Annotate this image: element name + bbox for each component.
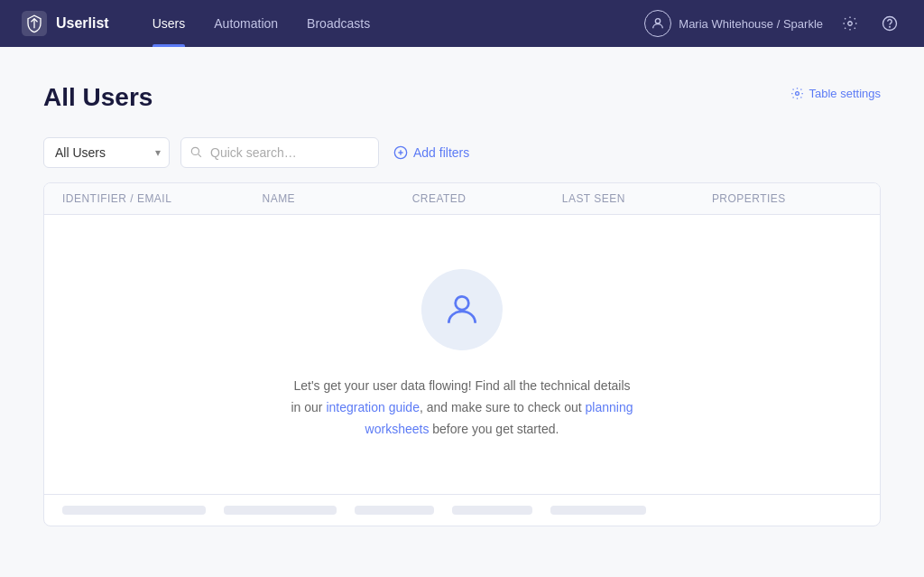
svg-point-3: [848, 22, 853, 26]
nav-right: Maria Whitehouse / Sparkle: [644, 10, 902, 37]
avatar: [644, 10, 671, 37]
settings-button[interactable]: [837, 11, 863, 36]
col-name: Name: [263, 192, 412, 205]
hint-bar-2: [224, 506, 336, 515]
table-footer-hint: [44, 494, 880, 526]
svg-point-7: [191, 147, 199, 154]
svg-point-12: [456, 296, 469, 310]
help-button[interactable]: [877, 11, 902, 36]
user-icon: [442, 290, 482, 330]
table-header: Identifier / Email Name Created Last see…: [44, 183, 880, 215]
empty-state-text: Let's get your user data flowing! Find a…: [291, 376, 633, 440]
col-properties: Properties: [712, 192, 862, 205]
hint-bar-5: [550, 506, 646, 515]
empty-text-after: before you get started.: [429, 422, 559, 436]
search-input[interactable]: [180, 137, 379, 168]
empty-state-icon-circle: [421, 269, 503, 350]
page-title: All Users: [43, 83, 152, 112]
table-settings-label: Table settings: [809, 87, 882, 100]
col-last-seen: Last seen: [562, 192, 712, 205]
top-nav: Userlist Users Automation Broadcasts Mar…: [0, 0, 924, 47]
app-logo[interactable]: Userlist: [22, 11, 109, 36]
search-icon: [189, 145, 202, 161]
search-wrapper: [180, 137, 379, 168]
add-filters-icon: [393, 145, 408, 160]
user-filter-select[interactable]: All Users: [43, 137, 170, 168]
main-content: All Users Table settings All Users ▾: [0, 47, 924, 563]
user-display-name: Maria Whitehouse / Sparkle: [679, 17, 823, 31]
empty-text-between: , and make sure to check out: [420, 400, 586, 414]
svg-line-8: [199, 154, 201, 156]
nav-links: Users Automation Broadcasts: [138, 0, 616, 47]
nav-link-broadcasts[interactable]: Broadcasts: [292, 0, 384, 47]
add-filters-label: Add filters: [413, 145, 469, 160]
table-settings-button[interactable]: Table settings: [790, 83, 882, 104]
svg-point-6: [795, 92, 799, 96]
hint-bar-1: [62, 506, 206, 515]
users-table: Identifier / Email Name Created Last see…: [43, 182, 881, 526]
table-settings-icon: [790, 87, 804, 100]
svg-point-5: [890, 26, 891, 27]
svg-point-2: [656, 19, 661, 23]
hint-bar-3: [355, 506, 435, 515]
empty-state: Let's get your user data flowing! Find a…: [44, 215, 880, 494]
page-header: All Users Table settings: [43, 83, 881, 112]
filters-row: All Users ▾ Add filters: [43, 137, 881, 168]
hint-bar-4: [452, 506, 532, 515]
col-identifier: Identifier / Email: [62, 192, 263, 205]
integration-guide-link[interactable]: integration guide: [326, 400, 420, 414]
app-name: Userlist: [56, 15, 109, 32]
nav-link-users[interactable]: Users: [138, 0, 200, 47]
add-filters-button[interactable]: Add filters: [390, 138, 473, 167]
user-filter-wrapper: All Users ▾: [43, 137, 170, 168]
nav-user[interactable]: Maria Whitehouse / Sparkle: [644, 10, 823, 37]
col-created: Created: [412, 192, 562, 205]
nav-link-automation[interactable]: Automation: [199, 0, 292, 47]
